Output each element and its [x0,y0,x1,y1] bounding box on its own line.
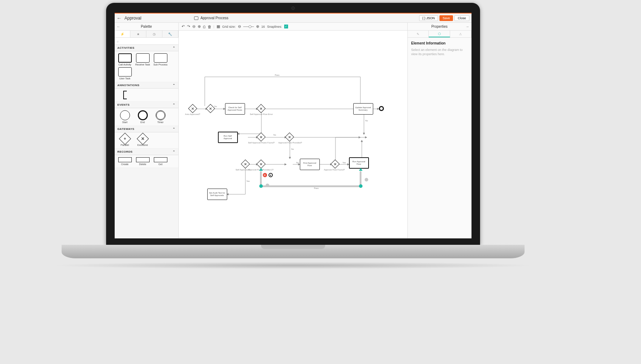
handle-icon[interactable] [266,184,269,187]
page-title: Approval [125,16,141,21]
node-label: Auto Approved? [185,113,200,115]
save-button[interactable]: Save [439,15,453,21]
section-activities[interactable]: ACTIVITIES⌃ [115,45,178,51]
snaplines-label: Snaplines: [267,25,282,28]
gateway-flow-provided-2[interactable]: ✕ [256,159,265,168]
selected-connector[interactable] [261,185,361,187]
back-arrow-icon[interactable]: ← [117,15,122,21]
properties-panel: ✎ ⬡ ⚠ Element Information Select an elem… [407,31,471,238]
event-end[interactable]: End [135,110,151,123]
task-find-flow[interactable]: Find Approval Flow [300,159,320,170]
palette-tab-connect[interactable]: ⚡ [115,31,131,37]
grid-minus-icon[interactable]: ⊖ [238,24,241,29]
zoom-out-icon[interactable]: ⊖ [192,24,196,29]
annotation-bracket[interactable] [117,91,133,99]
laptop-shadow [51,262,535,269]
gateway-approve-found[interactable]: ✕ [330,159,339,168]
process-tab-icon [194,16,198,20]
gateway-exclusive[interactable]: ✕Exclusive [135,134,151,146]
target-connector-icon[interactable] [269,173,273,177]
gateway-1[interactable]: ✕ [206,104,215,113]
laptop-base [62,245,525,258]
laptop-camera [291,6,295,10]
gateway-flows-found[interactable]: ✕ [256,132,265,141]
diagram-canvas[interactable]: ✕ Auto Approved? ✕ Check for Self Approv… [179,31,407,238]
task-run-self[interactable]: Run Self Approval [218,132,238,143]
grid-plus-icon[interactable]: ⊕ [256,24,259,29]
zoom-in-icon[interactable]: ⊕ [198,24,201,29]
grid-icon[interactable]: ▦ [217,24,220,29]
handle-icon[interactable] [359,184,363,188]
end-event[interactable] [379,106,384,111]
grid-size-label: Grid size: [222,25,236,28]
activity-receive[interactable]: Receive Task [135,53,151,66]
delete-icon[interactable]: 🗑 [208,25,212,29]
task-run-approval[interactable]: Run Approval Flow [349,157,369,169]
redo-icon[interactable]: ↷ [187,24,190,29]
prop-tab-warn[interactable]: ⚠ [450,31,471,37]
anchor-icon[interactable] [259,168,263,171]
node-label: Self Approval Flow Error [250,113,273,115]
event-start[interactable]: Start [117,110,133,123]
section-annotations[interactable]: ANNOTATIONS⌃ [115,82,178,89]
task-check-self[interactable]: Check for Self Approval Flows [225,103,245,115]
activity-call[interactable]: Call Activity [117,53,133,66]
palette-tab-tools[interactable]: 🔧 [162,31,178,37]
palette-header: ← Palette [115,23,179,30]
grid-slider[interactable] [243,26,254,27]
section-gateways[interactable]: GATEWAYS⌃ [115,126,178,132]
node-label: Approve Flow Found? [324,169,345,171]
record-create[interactable]: Create [117,157,133,165]
gateway-auto-approved[interactable]: ✕ [188,104,197,113]
gateway-self-error[interactable]: ✕ [256,104,265,113]
handle-icon[interactable] [259,184,263,188]
process-title: Approval Process [200,16,228,20]
palette-search-input[interactable]: ⌕ [115,38,178,45]
close-button[interactable]: Close [454,15,469,21]
task-update-summary[interactable]: Update Approval Summary [353,103,373,115]
properties-heading: Element Information [411,41,468,45]
activity-user-task[interactable]: User Task [117,67,133,80]
app-header: ← Approval Approval Process { } JSON Sav… [115,14,471,23]
activity-subprocess[interactable]: Sub Process [152,53,169,66]
prop-tab-edit[interactable]: ✎ [408,31,429,37]
print-icon[interactable]: ⎙ [203,25,205,29]
palette-tab-recent[interactable]: ◷ [146,31,162,37]
anchor-icon[interactable] [359,168,363,171]
properties-header: Properties → [407,23,471,30]
event-timer[interactable]: Timer [152,110,169,123]
search-icon: ⌕ [117,39,119,43]
undo-icon[interactable]: ↶ [182,24,185,29]
gateway-flow-provided[interactable]: ✕ [285,132,294,141]
grid-value: 16 [261,25,265,28]
gateway-self-approved[interactable]: ✕ [241,159,250,168]
canvas-toolbar: ↶ ↷ ⊖ ⊕ ⎙ 🗑 | ▦ Grid size: ⊖ ⊕ 16 Snapli… [179,23,407,30]
snaplines-checkbox[interactable]: ✓ [284,25,288,28]
section-events[interactable]: EVENTS⌃ [115,102,178,108]
record-get[interactable]: Get [152,157,169,165]
palette-panel: ⚡ ★ ◷ 🔧 ⌕ ACTIVITIES⌃ Call Activity Rece… [115,31,179,238]
task-set-audit[interactable]: Set Audit Text for Self Approvals [207,189,227,200]
properties-collapse-icon[interactable]: → [466,25,469,28]
handle-icon[interactable] [365,178,368,181]
node-label: Self Approval Flows Found? [248,142,275,144]
record-delete[interactable]: Delete [135,157,151,165]
section-records[interactable]: RECORDS⌃ [115,149,178,155]
palette-tab-star[interactable]: ★ [130,31,146,37]
palette-collapse-icon[interactable]: ← [117,25,120,28]
properties-help-text: Select an element on the diagram to view… [411,48,468,56]
json-button[interactable]: { } JSON [419,15,438,21]
delete-connector-icon[interactable]: ✕ [263,173,267,177]
prop-tab-info[interactable]: ⬡ [429,31,450,37]
node-label: Approval Flow Provided? [278,142,302,144]
gateway-parallel[interactable]: +Parallel [117,134,133,146]
